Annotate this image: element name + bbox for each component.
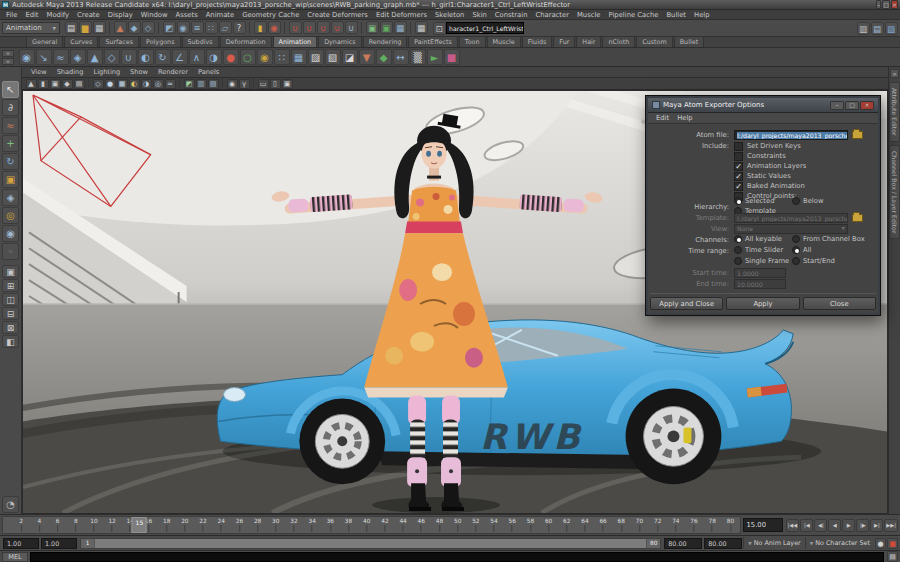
step-forward-key-button[interactable]: ▶| xyxy=(870,519,883,532)
xray-display-icon[interactable]: ▥ xyxy=(196,79,207,89)
set-key-icon[interactable]: ● xyxy=(875,538,886,549)
character-set-dropdown[interactable]: ▼ No Character Set xyxy=(805,537,874,549)
set-key-icon[interactable]: ● xyxy=(223,49,239,65)
select-tool-icon[interactable]: ↖ xyxy=(2,81,19,98)
dialog-menu-edit[interactable]: Edit xyxy=(652,114,673,122)
set-breakdown-icon[interactable]: ○ xyxy=(240,49,256,65)
auto-keyframe-icon[interactable]: ■ xyxy=(887,538,898,549)
shelf-tab-surfaces[interactable]: Surfaces xyxy=(99,36,139,47)
go-to-start-button[interactable]: |◀◀ xyxy=(786,519,800,532)
ghost-animation-icon[interactable]: ▒ xyxy=(410,49,426,65)
range-start-handle[interactable]: 1 xyxy=(81,539,95,548)
screen-space-ao-icon[interactable]: ◎ xyxy=(153,79,164,89)
last-tool-icon[interactable]: ◦ xyxy=(2,243,19,260)
menu-create-deformers[interactable]: Create Deformers xyxy=(303,11,372,19)
template-browse-folder-icon[interactable] xyxy=(852,214,863,222)
script-editor-icon[interactable]: ▤ xyxy=(887,551,898,562)
checkbox-set-driven-keys[interactable] xyxy=(734,142,743,151)
animation-end-field[interactable]: 80.00 xyxy=(704,538,742,549)
minimize-button[interactable]: – xyxy=(876,0,881,9)
select-misc-mask-icon[interactable]: ? xyxy=(233,21,246,34)
make-live-icon[interactable]: ∪ xyxy=(345,21,358,34)
shelf-tab-muscle[interactable]: Muscle xyxy=(487,36,521,47)
motion-blur-display-icon[interactable]: ≈ xyxy=(165,79,176,89)
dialog-close-button[interactable]: Close xyxy=(803,297,876,310)
menu-help[interactable]: Help xyxy=(690,11,714,19)
play-backwards-button[interactable]: ◀ xyxy=(828,519,841,532)
step-back-frame-button[interactable]: ◀| xyxy=(814,519,827,532)
input-connections-icon[interactable]: ▣ xyxy=(366,21,379,34)
radio-below[interactable]: Below xyxy=(792,197,836,205)
select-point-mask-icon[interactable]: ∷ xyxy=(205,21,218,34)
lock-selection-icon[interactable]: ▮ xyxy=(254,21,267,34)
image-plane-icon[interactable]: ▤ xyxy=(74,79,85,89)
shelf-collapse-icon[interactable]: ≡ xyxy=(2,58,14,65)
shelf-tab-subdivs[interactable]: Subdivs xyxy=(182,36,219,47)
playblast-icon[interactable]: ► xyxy=(427,49,443,65)
move-tool-icon[interactable]: + xyxy=(2,135,19,152)
soft-modification-icon[interactable]: ◎ xyxy=(2,207,19,224)
shelf-tab-ncloth[interactable]: nCloth xyxy=(602,36,635,47)
range-slider-bar[interactable]: 1 80 xyxy=(80,538,661,549)
show-channel-box-icon[interactable]: ▥ xyxy=(857,22,870,35)
radio-selected[interactable]: Selected xyxy=(734,197,792,205)
browse-folder-icon[interactable] xyxy=(852,131,863,139)
scale-tool-icon[interactable]: ▣ xyxy=(2,171,19,188)
menu-pipeline-cache[interactable]: Pipeline Cache xyxy=(605,11,663,19)
smooth-shade-display-icon[interactable]: ● xyxy=(105,79,116,89)
gate-mask-icon[interactable]: ▭ xyxy=(258,79,269,89)
create-lattice-icon[interactable]: ▦ xyxy=(291,49,307,65)
menu-file[interactable]: File xyxy=(2,11,21,19)
construction-history-icon[interactable]: ▦ xyxy=(394,21,407,34)
shelf-tab-polygons[interactable]: Polygons xyxy=(140,36,180,47)
motion-path-icon[interactable]: ↔ xyxy=(393,49,409,65)
mel-input-field[interactable] xyxy=(30,552,884,562)
ik-fk-blend-icon[interactable]: ◑ xyxy=(206,49,222,65)
joint-tool-icon[interactable]: ◉ xyxy=(19,49,35,65)
exposure-icon[interactable]: ◉ xyxy=(227,79,238,89)
reroot-skeleton-icon[interactable]: ▲ xyxy=(87,49,103,65)
playback-end-field[interactable]: 80.00 xyxy=(664,538,702,549)
remove-joint-icon[interactable]: ◇ xyxy=(104,49,120,65)
panel-menu-lighting[interactable]: Lighting xyxy=(88,68,125,76)
single-pane-layout-icon[interactable]: ▣ xyxy=(2,265,19,278)
camera-attributes-icon[interactable]: ▣ xyxy=(50,79,61,89)
shelf-tab-fur[interactable]: Fur xyxy=(553,36,575,47)
dialog-maximize-button[interactable]: ▢ xyxy=(845,101,859,110)
snap-to-grid-icon[interactable]: ∪ xyxy=(289,21,302,34)
checkbox-constraints[interactable] xyxy=(734,152,743,161)
menu-edit[interactable]: Edit xyxy=(21,11,42,19)
shelf-tab-bullet[interactable]: Bullet xyxy=(674,36,704,47)
shelf-tab-animation[interactable]: Animation xyxy=(273,36,318,47)
menu-display[interactable]: Display xyxy=(104,11,137,19)
go-to-end-button[interactable]: ▶▶| xyxy=(884,519,898,532)
select-line-mask-icon[interactable]: ≡ xyxy=(191,21,204,34)
shelf-menu-icon[interactable]: ≡ xyxy=(2,50,14,57)
menu-assets[interactable]: Assets xyxy=(172,11,202,19)
select-hierarchy-icon[interactable]: ▲ xyxy=(114,21,127,34)
quick-select-icon[interactable]: ⊡ xyxy=(433,22,446,35)
select-handle-mask-icon[interactable]: ◉ xyxy=(177,21,190,34)
use-all-lights-icon[interactable]: ◐ xyxy=(129,79,140,89)
menu-geometry-cache[interactable]: Geometry Cache xyxy=(238,11,303,19)
shadows-display-icon[interactable]: ◑ xyxy=(141,79,152,89)
create-cluster-icon[interactable]: ∷ xyxy=(274,49,290,65)
select-component-icon[interactable]: ◇ xyxy=(142,21,155,34)
textured-display-icon[interactable]: ▦ xyxy=(117,79,128,89)
snap-to-view-plane-icon[interactable]: ∪ xyxy=(331,21,344,34)
shelf-tab-fluids[interactable]: Fluids xyxy=(522,36,553,47)
show-manipulator-icon[interactable]: ◉ xyxy=(2,225,19,242)
panel-toggle-icon[interactable]: ≡ xyxy=(890,69,899,78)
lasso-select-tool-icon[interactable]: ∂ xyxy=(2,99,19,116)
connect-joint-icon[interactable]: ∪ xyxy=(121,49,137,65)
highlight-selection-icon[interactable]: ◉ xyxy=(268,21,281,34)
menu-create[interactable]: Create xyxy=(73,11,104,19)
playback-start-field[interactable]: 1.00 xyxy=(41,538,77,549)
smooth-bind-icon[interactable]: ▨ xyxy=(308,49,324,65)
detach-skin-icon[interactable]: ◪ xyxy=(342,49,358,65)
close-button[interactable]: × xyxy=(891,0,898,9)
radio-time-slider[interactable]: Time Slider xyxy=(734,246,792,254)
step-back-key-button[interactable]: |◀ xyxy=(800,519,813,532)
mirror-joint-icon[interactable]: ◐ xyxy=(138,49,154,65)
shelf-tab-general[interactable]: General xyxy=(26,36,63,47)
